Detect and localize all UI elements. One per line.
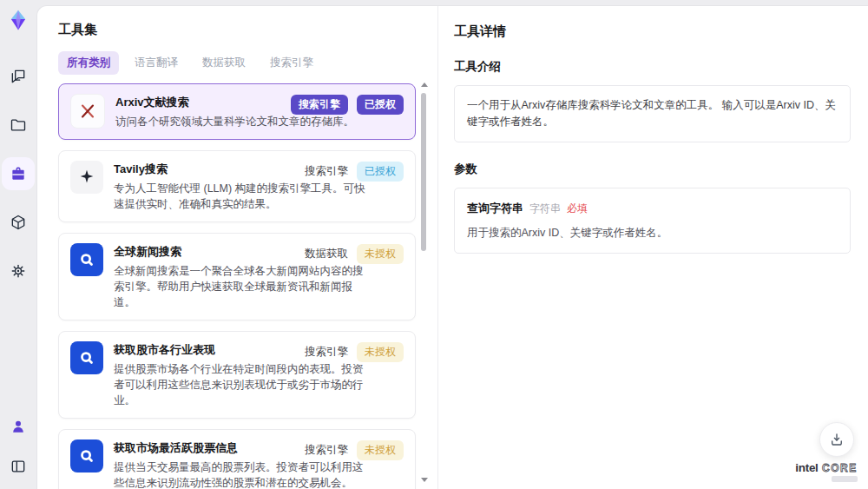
tool-card-1[interactable]: Arxiv文献搜索访问各个研究领域大量科学论文和文章的存储库。搜索引擎已授权 <box>58 83 416 140</box>
package-icon[interactable] <box>4 208 32 236</box>
ultra-badge <box>832 476 858 482</box>
tool-tags: 搜索引擎未授权 <box>305 342 404 362</box>
tool-description: 提供股票市场各个行业在特定时间段内的表现。投资者可以利用这些信息来识别表现优于或… <box>114 361 371 408</box>
param-row-1: 查询字符串字符串必填用于搜索的Arxiv ID、关键字或作者姓名。 <box>467 200 838 241</box>
tool-card-3[interactable]: 全球新闻搜索全球新闻搜索是一个聚合全球各大新闻网站内容的搜索引擎。帮助用户快速获… <box>58 233 416 320</box>
details-title: 工具详情 <box>454 23 851 40</box>
tool-tags: 搜索引擎已授权 <box>305 162 404 182</box>
toolset-panel: 工具集 所有类别语言翻译数据获取搜索引擎 Arxiv文献搜索访问各个研究领域大量… <box>37 6 437 489</box>
tool-status-badge: 已授权 <box>357 162 404 182</box>
app-logo-icon <box>5 7 31 33</box>
category-tabs: 所有类别语言翻译数据获取搜索引擎 <box>58 51 437 75</box>
blue-search-icon <box>70 341 103 374</box>
list-scrollbar <box>420 81 427 484</box>
tab-2[interactable]: 语言翻译 <box>126 51 187 75</box>
tool-card-2[interactable]: Tavily搜索专为人工智能代理 (LLM) 构建的搜索引擎工具。可快速提供实时… <box>58 150 416 222</box>
sidebar-nav <box>4 63 32 285</box>
chat-icon[interactable] <box>4 63 32 90</box>
tools-briefcase-icon[interactable] <box>4 160 32 188</box>
tool-tags: 搜索引擎未授权 <box>305 440 404 460</box>
tool-card-4[interactable]: 获取股市各行业表现提供股票市场各个行业在特定时间段内的表现。投资者可以利用这些信… <box>58 331 416 419</box>
tool-status-badge: 未授权 <box>357 440 404 460</box>
param-type-label: 字符串 <box>529 202 561 215</box>
tool-card-5[interactable]: 获取市场最活跃股票信息提供当天交易量最高的股票列表。投资者可以利用这些信息来识别… <box>58 429 416 489</box>
tab-1[interactable]: 所有类别 <box>58 51 119 75</box>
intel-core-logo: intel CORE <box>795 461 858 482</box>
app-root: 工具集 所有类别语言翻译数据获取搜索引擎 Arxiv文献搜索访问各个研究领域大量… <box>0 0 868 489</box>
tool-details-panel: 工具详情 工具介绍 一个用于从Arxiv存储库搜索科学论文和文章的工具。 输入可… <box>437 6 868 489</box>
tool-description: 专为人工智能代理 (LLM) 构建的搜索引擎工具。可快速提供实时、准确和真实的结… <box>114 181 371 212</box>
param-description: 用于搜索的Arxiv ID、关键字或作者姓名。 <box>467 225 838 241</box>
tool-status-badge: 已授权 <box>357 95 404 115</box>
tool-category-label: 搜索引擎 <box>291 95 348 115</box>
tool-list: Arxiv文献搜索访问各个研究领域大量科学论文和文章的存储库。搜索引擎已授权Ta… <box>58 83 416 489</box>
param-name-text: 查询字符串 <box>467 202 523 215</box>
tab-4[interactable]: 搜索引擎 <box>261 51 322 75</box>
param-box: 查询字符串字符串必填用于搜索的Arxiv ID、关键字或作者姓名。 <box>454 188 851 254</box>
param-name: 查询字符串字符串必填 <box>467 200 838 217</box>
tool-status-badge: 未授权 <box>357 342 404 362</box>
intro-text: 一个用于从Arxiv存储库搜索科学论文和文章的工具。 输入可以是Arxiv ID… <box>454 85 851 142</box>
tool-description: 提供当天交易量最高的股票列表。投资者可以利用这些信息来识别流动性强的股票和潜在的… <box>114 459 371 489</box>
scrollbar-thumb[interactable] <box>421 93 426 251</box>
core-wordmark: CORE <box>822 462 858 474</box>
arxiv-icon <box>70 94 105 129</box>
main-content: 工具集 所有类别语言翻译数据获取搜索引擎 Arxiv文献搜索访问各个研究领域大量… <box>36 5 868 489</box>
sidebar-bottom <box>0 413 36 480</box>
panel-toggle-icon[interactable] <box>4 453 32 480</box>
blue-search-icon <box>70 439 103 472</box>
folder-icon[interactable] <box>4 111 32 139</box>
sidebar <box>0 0 36 489</box>
user-avatar-icon[interactable] <box>4 413 32 440</box>
intro-heading: 工具介绍 <box>454 59 851 75</box>
tool-category-label: 搜索引擎 <box>305 345 348 360</box>
sparkle-icon <box>70 161 103 194</box>
tool-category-label: 搜索引擎 <box>305 443 348 458</box>
params-heading: 参数 <box>454 162 851 177</box>
scroll-up-icon[interactable] <box>421 83 428 87</box>
tool-status-badge: 未授权 <box>357 244 404 264</box>
tool-tags: 搜索引擎已授权 <box>291 95 404 115</box>
toolset-title: 工具集 <box>58 22 437 38</box>
blue-search-icon <box>70 243 103 276</box>
intel-wordmark: intel <box>795 461 818 474</box>
param-required-label: 必填 <box>567 202 588 215</box>
scroll-down-icon[interactable] <box>421 478 428 482</box>
tool-description: 全球新闻搜索是一个聚合全球各大新闻网站内容的搜索引擎。帮助用户快速获取全球最新资… <box>114 263 371 310</box>
tab-3[interactable]: 数据获取 <box>194 51 254 75</box>
settings-gear-icon[interactable] <box>4 257 32 285</box>
tool-category-label: 搜索引擎 <box>305 164 348 179</box>
tool-category-label: 数据获取 <box>305 247 348 261</box>
tool-description: 访问各个研究领域大量科学论文和文章的存储库。 <box>115 114 372 129</box>
download-button[interactable] <box>819 422 854 457</box>
tool-tags: 数据获取未授权 <box>305 244 404 264</box>
